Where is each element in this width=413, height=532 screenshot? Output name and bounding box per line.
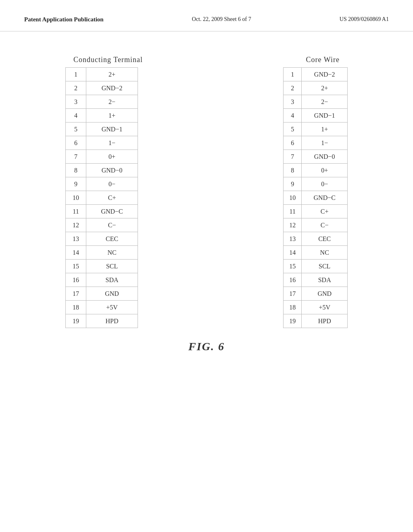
table-row: 70+: [66, 150, 138, 164]
terminal-row-val: GND: [86, 287, 138, 301]
table-row: 14NC: [66, 246, 138, 260]
core-row-val: 2−: [302, 95, 348, 109]
table-row: 80+: [284, 164, 348, 177]
table-row: 14NC: [284, 246, 348, 260]
terminal-row-val: +5V: [86, 301, 138, 314]
table-row: 7GND−0: [284, 150, 348, 164]
terminal-row-val: 1+: [86, 109, 138, 123]
core-row-val: 2+: [302, 81, 348, 95]
terminal-row-num: 10: [66, 191, 86, 205]
core-row-num: 14: [284, 246, 302, 260]
terminal-row-num: 16: [66, 273, 86, 287]
core-row-num: 16: [284, 273, 302, 287]
table-row: 16SDA: [66, 273, 138, 287]
wiring-svg: [138, 67, 283, 328]
core-row-val: GND−0: [302, 150, 348, 164]
terminal-row-val: C+: [86, 191, 138, 205]
header-date-sheet: Oct. 22, 2009 Sheet 6 of 7: [192, 16, 251, 23]
table-row: 17GND: [284, 287, 348, 301]
table-row: 18+5V: [66, 301, 138, 314]
table-row: 51+: [284, 123, 348, 136]
table-row: 13CEC: [66, 232, 138, 246]
terminal-row-num: 11: [66, 205, 86, 218]
terminal-row-val: NC: [86, 246, 138, 260]
table-row: 15SCL: [66, 260, 138, 273]
core-row-val: GND−C: [302, 191, 348, 205]
core-row-val: SCL: [302, 260, 348, 273]
terminal-row-val: GND−2: [86, 81, 138, 95]
core-row-val: C−: [302, 218, 348, 232]
table-row: 17GND: [66, 287, 138, 301]
core-row-num: 13: [284, 232, 302, 246]
terminal-row-num: 3: [66, 95, 86, 109]
core-row-num: 1: [284, 68, 302, 81]
table-row: 32−: [66, 95, 138, 109]
core-row-num: 11: [284, 205, 302, 218]
table-row: 12+: [66, 68, 138, 81]
core-row-num: 12: [284, 218, 302, 232]
core-row-num: 9: [284, 177, 302, 191]
terminal-row-val: 1−: [86, 136, 138, 150]
table-row: 90−: [66, 177, 138, 191]
terminal-row-val: C−: [86, 218, 138, 232]
terminal-row-val: 0+: [86, 150, 138, 164]
table-row: 11C+: [284, 205, 348, 218]
terminal-row-val: SDA: [86, 273, 138, 287]
core-row-val: +5V: [302, 301, 348, 314]
main-content: Conducting Terminal Core Wire 12+2GND−23…: [0, 31, 413, 369]
crossing-lines: [138, 67, 283, 328]
table-row: 2GND−2: [66, 81, 138, 95]
core-row-val: CEC: [302, 232, 348, 246]
table-row: 22+: [284, 81, 348, 95]
table-row: 12C−: [284, 218, 348, 232]
core-row-num: 5: [284, 123, 302, 136]
core-table: 1GND−222+32−4GND−151+61−7GND−080+90−10GN…: [283, 67, 348, 328]
core-row-num: 7: [284, 150, 302, 164]
header-patent-number: US 2009/0260869 A1: [340, 16, 389, 23]
table-row: 13CEC: [284, 232, 348, 246]
core-row-val: C+: [302, 205, 348, 218]
terminal-row-val: GND−C: [86, 205, 138, 218]
core-row-num: 4: [284, 109, 302, 123]
table-row: 61−: [66, 136, 138, 150]
terminal-row-val: GND−1: [86, 123, 138, 136]
terminal-row-num: 12: [66, 218, 86, 232]
table-row: 90−: [284, 177, 348, 191]
core-row-num: 6: [284, 136, 302, 150]
table-row: 4GND−1: [284, 109, 348, 123]
terminal-row-num: 17: [66, 287, 86, 301]
terminal-row-val: HPD: [86, 314, 138, 328]
table-row: 11GND−C: [66, 205, 138, 218]
core-row-val: NC: [302, 246, 348, 260]
table-row: 12C−: [66, 218, 138, 232]
table-row: 18+5V: [284, 301, 348, 314]
table-row: 16SDA: [284, 273, 348, 287]
terminal-row-num: 15: [66, 260, 86, 273]
terminal-row-num: 2: [66, 81, 86, 95]
figure-label: FIG. 6: [188, 340, 225, 353]
table-row: 15SCL: [284, 260, 348, 273]
core-row-num: 19: [284, 314, 302, 328]
core-row-val: GND−2: [302, 68, 348, 81]
terminal-table: 12+2GND−232−41+5GND−161−70+8GND−090−10C+…: [65, 67, 138, 328]
wiring-diagram: 12+2GND−232−41+5GND−161−70+8GND−090−10C+…: [65, 67, 348, 328]
core-row-val: GND: [302, 287, 348, 301]
terminal-row-val: GND−0: [86, 164, 138, 177]
table-row: 32−: [284, 95, 348, 109]
core-row-num: 17: [284, 287, 302, 301]
column-labels: Conducting Terminal Core Wire: [65, 56, 348, 64]
terminal-row-num: 5: [66, 123, 86, 136]
terminal-row-val: CEC: [86, 232, 138, 246]
page-header: Patent Application Publication Oct. 22, …: [0, 0, 413, 31]
core-row-val: 1+: [302, 123, 348, 136]
terminal-row-num: 6: [66, 136, 86, 150]
terminal-row-num: 14: [66, 246, 86, 260]
core-row-num: 15: [284, 260, 302, 273]
terminal-row-num: 13: [66, 232, 86, 246]
terminal-row-num: 1: [66, 68, 86, 81]
core-row-val: GND−1: [302, 109, 348, 123]
core-row-num: 3: [284, 95, 302, 109]
terminal-row-num: 4: [66, 109, 86, 123]
terminal-row-num: 9: [66, 177, 86, 191]
terminal-row-num: 18: [66, 301, 86, 314]
